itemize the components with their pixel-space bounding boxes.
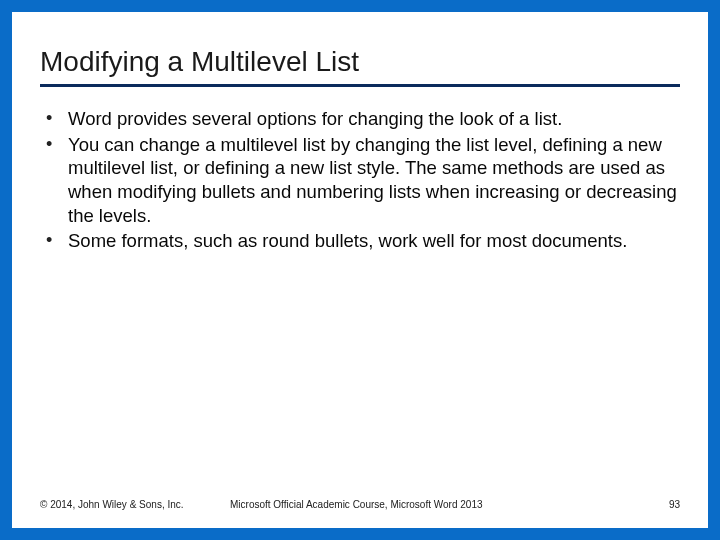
list-item: Word provides several options for changi… xyxy=(40,107,680,131)
slide-title: Modifying a Multilevel List xyxy=(40,46,680,87)
list-item: You can change a multilevel list by chan… xyxy=(40,133,680,228)
footer-course: Microsoft Official Academic Course, Micr… xyxy=(230,499,640,510)
footer-copyright: © 2014, John Wiley & Sons, Inc. xyxy=(40,499,230,510)
slide-content: Word provides several options for changi… xyxy=(40,97,680,493)
list-item: Some formats, such as round bullets, wor… xyxy=(40,229,680,253)
bullet-list: Word provides several options for changi… xyxy=(40,107,680,253)
slide: Modifying a Multilevel List Word provide… xyxy=(12,12,708,528)
footer-page-number: 93 xyxy=(640,499,680,510)
slide-footer: © 2014, John Wiley & Sons, Inc. Microsof… xyxy=(40,493,680,510)
